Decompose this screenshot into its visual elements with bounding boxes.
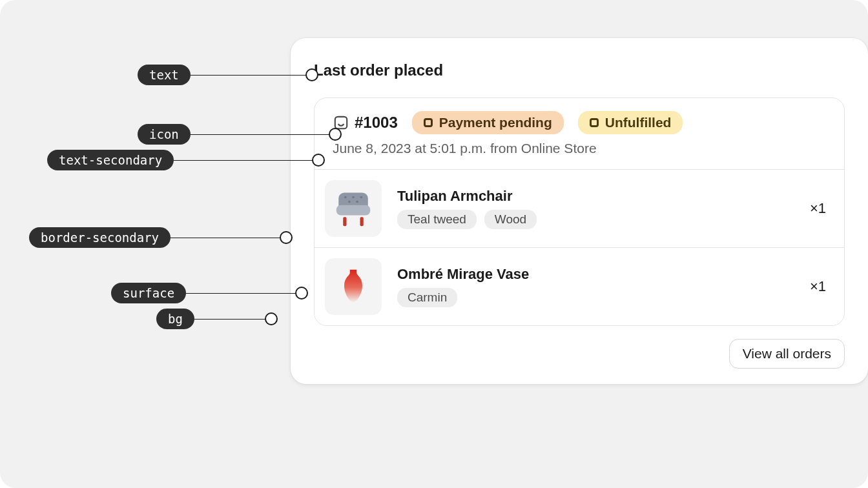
line-info: Ombré Mirage Vase Carmin: [397, 266, 794, 307]
callout-marker-icon: [312, 154, 325, 167]
callout-pill: text: [138, 65, 191, 85]
order-id: #1003: [355, 114, 398, 132]
svg-point-8: [348, 201, 351, 203]
badge-bullet-icon: [424, 118, 433, 127]
armchair-icon: [331, 186, 376, 231]
callout-text-secondary: text-secondary: [47, 150, 325, 170]
product-options: Teal tweed Wood: [397, 210, 794, 229]
line-info: Tulipan Armchair Teal tweed Wood: [397, 188, 794, 229]
badge-payment-label: Payment pending: [439, 115, 552, 130]
callout-line: [194, 319, 265, 320]
card-title: Last order placed: [314, 61, 845, 79]
badge-payment: Payment pending: [412, 111, 564, 134]
order-header-row: #1003 Payment pending Unfulfilled: [333, 111, 826, 134]
order-meta: June 8, 2023 at 5:01 p.m. from Online St…: [333, 141, 826, 156]
badge-fulfillment: Unfulfilled: [578, 111, 683, 134]
line-item: Tulipan Armchair Teal tweed Wood ×1: [315, 169, 844, 247]
line-qty: ×1: [810, 200, 826, 217]
svg-point-7: [360, 196, 363, 199]
option-chip: Wood: [484, 210, 537, 229]
option-chip: Carmin: [397, 288, 457, 307]
callout-bg: bg: [156, 309, 278, 329]
product-name: Ombré Mirage Vase: [397, 266, 794, 283]
svg-rect-3: [343, 217, 346, 226]
callout-icon: icon: [138, 124, 342, 145]
callout-surface: surface: [111, 283, 308, 303]
svg-rect-4: [360, 217, 364, 226]
vase-icon: [331, 264, 376, 309]
callout-line: [174, 160, 313, 161]
callout-pill: surface: [111, 283, 186, 303]
callout-line: [191, 75, 306, 76]
callout-text: text: [138, 65, 318, 85]
callout-line: [186, 293, 296, 294]
line-qty: ×1: [810, 278, 826, 295]
callout-line: [170, 238, 280, 238]
svg-point-9: [356, 201, 358, 203]
callout-pill: icon: [138, 124, 191, 145]
canvas: Last order placed #1003 Payment pending: [0, 0, 868, 488]
order-block: #1003 Payment pending Unfulfilled June 8…: [314, 97, 845, 326]
order-header: #1003 Payment pending Unfulfilled June 8…: [315, 98, 844, 169]
callout-line: [191, 134, 329, 135]
line-item: Ombré Mirage Vase Carmin ×1: [315, 247, 844, 325]
callout-pill: bg: [156, 309, 194, 329]
callout-marker-icon: [329, 128, 342, 141]
callout-pill: border-secondary: [29, 227, 170, 248]
callout-marker-icon: [305, 68, 318, 81]
callout-marker-icon: [280, 231, 293, 244]
card-footer: View all orders: [314, 326, 845, 369]
callout-border-secondary: border-secondary: [29, 227, 293, 248]
svg-rect-2: [336, 205, 371, 216]
product-thumb-vase: [325, 258, 382, 315]
line-items: Tulipan Armchair Teal tweed Wood ×1: [315, 169, 844, 325]
callout-marker-icon: [265, 312, 278, 325]
view-all-orders-button[interactable]: View all orders: [729, 339, 845, 369]
callout-marker-icon: [295, 287, 308, 300]
product-thumb-armchair: [325, 180, 382, 237]
badge-bullet-icon: [590, 118, 599, 127]
option-chip: Teal tweed: [397, 210, 477, 229]
product-name: Tulipan Armchair: [397, 188, 794, 205]
badge-fulfillment-label: Unfulfilled: [605, 115, 672, 130]
product-options: Carmin: [397, 288, 794, 307]
order-card: Last order placed #1003 Payment pending: [291, 38, 868, 384]
callout-pill: text-secondary: [47, 150, 174, 170]
order-id-group: #1003: [333, 114, 398, 132]
svg-point-5: [344, 196, 347, 199]
svg-point-6: [352, 196, 355, 199]
